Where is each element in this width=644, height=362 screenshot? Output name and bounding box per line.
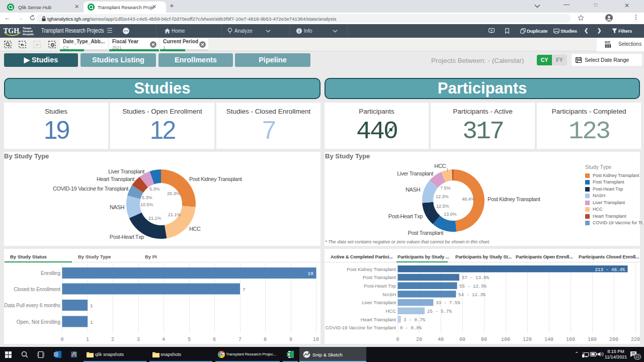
svg-text:Post-Heart Txp: Post-Heart Txp bbox=[364, 283, 396, 289]
svg-text:7: 7 bbox=[238, 337, 242, 342]
svg-text:*: * bbox=[583, 352, 584, 354]
svg-text:9: 9 bbox=[289, 337, 292, 342]
svg-text:Closed to Enrollment: Closed to Enrollment bbox=[14, 287, 60, 292]
svg-text:57 - 13.0%: 57 - 13.0% bbox=[462, 276, 490, 281]
svg-text:60: 60 bbox=[459, 337, 465, 342]
svg-text:Open, Not Enrolling: Open, Not Enrolling bbox=[17, 319, 60, 325]
svg-text:0 - 0.0%: 0 - 0.0% bbox=[400, 326, 422, 331]
svg-text:200: 200 bbox=[609, 337, 618, 342]
svg-text:80: 80 bbox=[481, 337, 487, 342]
svg-text:1: 1 bbox=[86, 337, 89, 342]
svg-text:Liver Transplant: Liver Transplant bbox=[362, 300, 396, 305]
svg-text:i: i bbox=[298, 29, 299, 34]
svg-text:3 - 0.7%: 3 - 0.7% bbox=[404, 318, 426, 323]
svg-text:0: 0 bbox=[60, 337, 63, 342]
svg-text:120: 120 bbox=[523, 337, 532, 342]
svg-text:Hospital.: Hospital. bbox=[23, 33, 34, 36]
svg-text:5: 5 bbox=[188, 337, 191, 342]
svg-text:Post Transplant: Post Transplant bbox=[363, 275, 396, 280]
svg-text:8: 8 bbox=[264, 337, 267, 342]
svg-text:220: 220 bbox=[631, 337, 640, 342]
svg-text:55 - 12.5%: 55 - 12.5% bbox=[459, 284, 487, 289]
svg-text:Heart Transplant: Heart Transplant bbox=[361, 317, 396, 322]
svg-text:25 - 5.7%: 25 - 5.7% bbox=[427, 309, 452, 314]
svg-text:COVID-19 Vaccine for Transplan: COVID-19 Vaccine for Transplant bbox=[326, 325, 396, 330]
svg-text:2: 2 bbox=[111, 337, 114, 342]
svg-text:1: 1 bbox=[90, 303, 93, 309]
svg-text:180: 180 bbox=[588, 337, 597, 342]
svg-text:40: 40 bbox=[438, 337, 444, 342]
svg-text:140: 140 bbox=[544, 337, 553, 342]
svg-text:3: 3 bbox=[137, 337, 140, 342]
svg-text:Post Kidney Transplant: Post Kidney Transplant bbox=[347, 266, 396, 272]
svg-text:1: 1 bbox=[90, 320, 93, 325]
svg-text:160: 160 bbox=[566, 337, 575, 342]
svg-text:20: 20 bbox=[416, 337, 422, 342]
svg-text:6: 6 bbox=[213, 337, 216, 342]
svg-text:10: 10 bbox=[313, 337, 319, 342]
svg-text:Data Pull every 6 months: Data Pull every 6 months bbox=[4, 303, 60, 308]
svg-text:100: 100 bbox=[501, 337, 510, 342]
svg-text:54 - 12.3%: 54 - 12.3% bbox=[458, 293, 486, 298]
svg-text:213 - 48.4%: 213 - 48.4% bbox=[595, 267, 625, 273]
svg-text:Enrolling: Enrolling bbox=[41, 270, 60, 276]
svg-text:7: 7 bbox=[243, 287, 246, 293]
svg-text:NASH: NASH bbox=[383, 292, 396, 297]
svg-text:HCC: HCC bbox=[385, 308, 396, 314]
svg-text:10: 10 bbox=[308, 271, 314, 277]
svg-text:33 - 7.5%: 33 - 7.5% bbox=[436, 301, 460, 306]
svg-text:4: 4 bbox=[162, 337, 165, 342]
svg-text:0: 0 bbox=[396, 337, 399, 342]
